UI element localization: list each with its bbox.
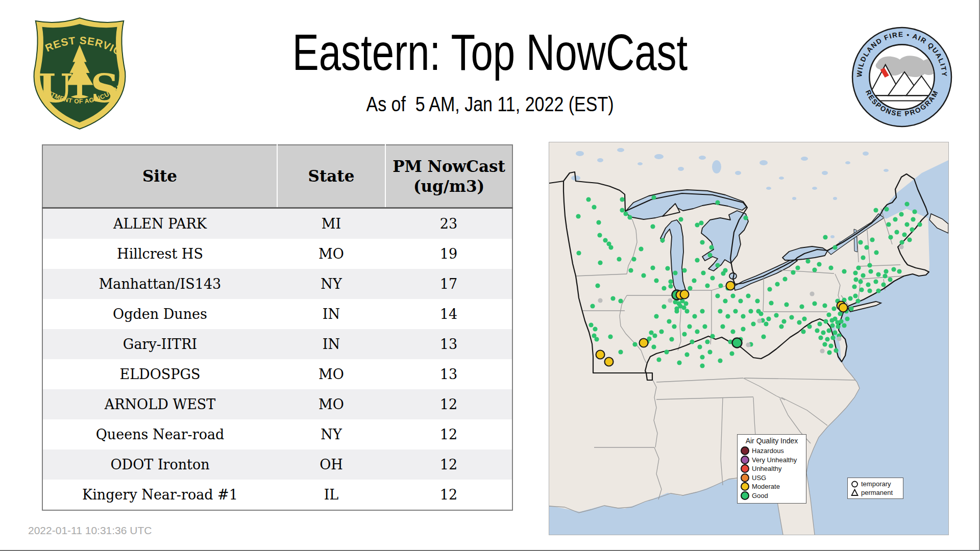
legend-row-temporary: temporary: [851, 480, 900, 488]
aqi-legend-item: Hazardous: [741, 446, 803, 456]
state-cell: IN: [277, 329, 385, 359]
aqi-color-swatch: [741, 446, 749, 455]
table-row: ARNOLD WESTMO12: [42, 389, 512, 419]
pm-cell: 12: [385, 449, 512, 480]
top-nowcast-table: Site State PM NowCast (ug/m3) ALLEN PARK…: [42, 144, 513, 511]
aqi-color-swatch: [741, 456, 749, 464]
aqi-legend-item: Very Unhealthy: [741, 456, 803, 465]
pm-cell: 12: [385, 480, 512, 510]
state-cell: MO: [277, 389, 385, 419]
aqi-legend-items: HazardousVery UnhealthyUnhealthyUSGModer…: [741, 446, 803, 500]
pm-cell: 17: [385, 269, 512, 299]
permanent-monitor-icon: [851, 489, 859, 496]
site-cell: ODOT Ironton: [42, 449, 277, 480]
pm-cell: 12: [385, 389, 512, 419]
page-title: Eastern: Top NowCast: [227, 27, 753, 78]
pm-cell: 23: [385, 208, 512, 239]
site-cell: Ogden Dunes: [42, 299, 277, 329]
state-cell: NY: [277, 269, 385, 299]
site-cell: Kingery Near-road #1: [42, 480, 277, 510]
generated-timestamp: 2022-01-11 10:31:36 UTC: [28, 524, 152, 537]
aqi-legend-item: Moderate: [741, 482, 803, 491]
site-cell: Queens Near-road: [42, 419, 277, 449]
pm-cell: 19: [385, 239, 512, 269]
state-cell: MO: [277, 239, 385, 269]
pm-cell: 13: [385, 329, 512, 359]
site-cell: Gary-IITRI: [42, 329, 277, 359]
table-row: Gary-IITRIIN13: [42, 329, 512, 359]
aqi-color-swatch: [741, 491, 749, 500]
col-header-site: Site: [42, 145, 277, 208]
pm-cell: 13: [385, 359, 512, 389]
aqi-legend-item: Unhealthy: [741, 464, 803, 473]
table-row: ALLEN PARKMI23: [42, 208, 512, 239]
site-cell: Hillcrest HS: [42, 239, 277, 269]
site-cell: ELDOSPGS: [42, 359, 277, 389]
aqi-legend-title: Air Quality Index: [741, 437, 803, 445]
monitor-map: Air Quality Index HazardousVery Unhealth…: [549, 142, 949, 535]
table-body: ALLEN PARKMI23Hillcrest HSMO19Manhattan/…: [42, 208, 512, 511]
state-cell: MI: [277, 208, 385, 239]
aqi-legend-item: Good: [741, 491, 803, 500]
state-cell: OH: [277, 449, 385, 480]
aqi-label: Hazardous: [752, 447, 784, 455]
aqi-label: Moderate: [752, 483, 780, 490]
report-page: FOREST SERVICE U S DEPARTMENT OF AGRICUL…: [0, 0, 980, 551]
aqi-label: USG: [752, 474, 766, 482]
state-cell: MO: [277, 359, 385, 389]
table-row: ELDOSPGSMO13: [42, 359, 512, 389]
site-cell: ARNOLD WEST: [42, 389, 277, 419]
legend-row-permanent: permanent: [851, 488, 900, 497]
col-header-pm: PM NowCast (ug/m3): [385, 145, 512, 208]
aqi-label: Unhealthy: [752, 465, 782, 472]
aqi-label: Good: [752, 492, 768, 499]
state-cell: NY: [277, 419, 385, 449]
table-row: Ogden DunesIN14: [42, 299, 512, 329]
aqi-color-swatch: [741, 464, 749, 473]
monitor-type-legend: temporary permanent: [847, 478, 903, 499]
fs-monogram-u: U: [39, 65, 73, 111]
wfaqrp-logo: WILDLAND FIRE • AIR QUALITY RESPONSE PRO…: [850, 26, 953, 129]
table-row: ODOT IrontonOH12: [42, 449, 512, 480]
state-cell: IN: [277, 299, 385, 329]
col-header-state: State: [277, 145, 385, 208]
table-row: Queens Near-roadNY12: [42, 419, 512, 449]
table-header-row: Site State PM NowCast (ug/m3): [42, 145, 512, 208]
permanent-label: permanent: [861, 489, 893, 496]
aqi-label: Very Unhealthy: [752, 456, 797, 464]
table-row: Manhattan/IS143NY17: [42, 269, 512, 299]
table-row: Kingery Near-road #1IL12: [42, 480, 512, 510]
aqi-color-swatch: [741, 482, 749, 491]
aqi-color-swatch: [741, 473, 749, 482]
page-subtitle: As of 5 AM, Jan 11, 2022 (EST): [204, 93, 776, 116]
state-cell: IL: [277, 480, 385, 510]
table-row: Hillcrest HSMO19: [42, 239, 512, 269]
site-cell: Manhattan/IS143: [42, 269, 277, 299]
aqi-legend-item: USG: [741, 473, 803, 483]
forest-service-logo: FOREST SERVICE U S DEPARTMENT OF AGRICUL…: [30, 15, 130, 131]
pm-cell: 12: [385, 419, 512, 449]
temporary-monitor-icon: [851, 480, 859, 488]
pm-cell: 14: [385, 299, 512, 329]
site-cell: ALLEN PARK: [42, 208, 277, 239]
aqi-legend: Air Quality Index HazardousVery Unhealth…: [737, 434, 806, 504]
temporary-label: temporary: [861, 480, 891, 488]
